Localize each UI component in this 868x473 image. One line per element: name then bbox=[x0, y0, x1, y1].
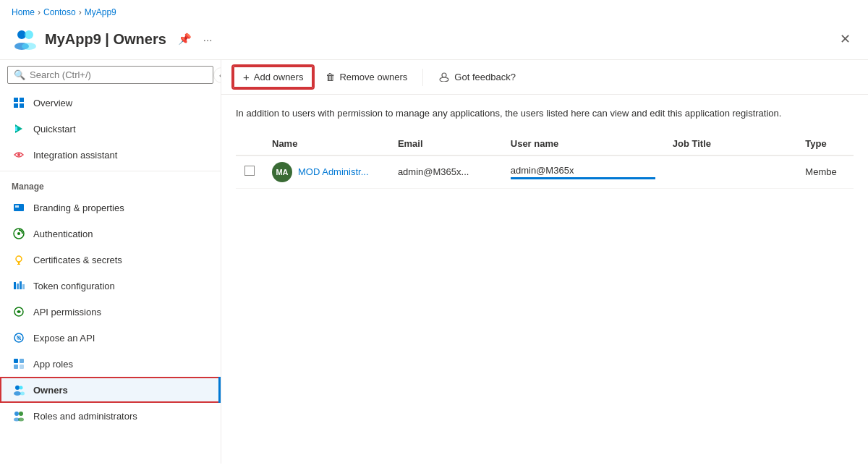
page-title: MyApp9 | Owners bbox=[45, 31, 166, 48]
app-roles-icon bbox=[12, 357, 26, 371]
sidebar-item-label-overview: Overview bbox=[33, 98, 72, 108]
svg-point-31 bbox=[15, 385, 20, 390]
svg-rect-18 bbox=[20, 263, 21, 264]
user-username: admin@M365x bbox=[511, 165, 655, 176]
svg-point-40 bbox=[440, 77, 448, 82]
certificates-icon bbox=[12, 252, 26, 267]
app-icon bbox=[12, 26, 38, 52]
sidebar-item-app-roles[interactable]: App roles bbox=[0, 351, 221, 377]
main-layout: 🔍 « Overview bbox=[0, 60, 868, 464]
sidebar-item-api-permissions[interactable]: API permissions bbox=[0, 299, 221, 325]
sidebar-item-authentication[interactable]: Authentication bbox=[0, 221, 221, 247]
quickstart-icon bbox=[12, 122, 26, 136]
sidebar-item-label-expose: Expose an API bbox=[33, 333, 95, 344]
sidebar-item-owners[interactable]: Owners bbox=[0, 377, 221, 403]
sidebar-item-expose-api[interactable]: Expose an API bbox=[0, 325, 221, 351]
table-row: MA MOD Administr... admin@M365x... admin… bbox=[236, 155, 854, 189]
sidebar-item-label-app-roles: App roles bbox=[33, 359, 73, 370]
sidebar-item-label-roles: Roles and administrators bbox=[33, 411, 137, 422]
search-input[interactable] bbox=[30, 69, 207, 80]
manage-section-label: Manage bbox=[0, 174, 221, 195]
username-bar-container bbox=[511, 177, 655, 179]
svg-rect-17 bbox=[17, 263, 18, 264]
page-header: MyApp9 | Owners 📌 ··· ✕ bbox=[0, 22, 868, 60]
breadcrumb-app[interactable]: MyApp9 bbox=[85, 7, 116, 17]
svg-rect-19 bbox=[14, 282, 16, 289]
owners-table: Name Email User name Job Title Type bbox=[236, 132, 854, 189]
sidebar-item-label-quickstart: Quickstart bbox=[33, 124, 76, 135]
svg-rect-6 bbox=[14, 103, 18, 108]
user-email: admin@M365x... bbox=[398, 166, 469, 177]
svg-rect-20 bbox=[17, 284, 19, 289]
svg-rect-5 bbox=[20, 98, 24, 102]
toolbar-divider bbox=[422, 69, 423, 86]
feedback-button[interactable]: Got feedback? bbox=[429, 66, 525, 88]
feedback-label: Got feedback? bbox=[454, 72, 516, 82]
sidebar-item-label-branding: Branding & properties bbox=[33, 203, 124, 213]
row-type-cell: Membe bbox=[796, 155, 854, 189]
sidebar-item-token-config[interactable]: Token configuration bbox=[0, 273, 221, 299]
feedback-icon bbox=[438, 70, 450, 84]
col-checkbox bbox=[236, 132, 263, 155]
more-button[interactable]: ··· bbox=[200, 30, 216, 48]
close-button[interactable]: ✕ bbox=[834, 28, 856, 50]
svg-point-14 bbox=[17, 232, 20, 235]
row-name-cell: MA MOD Administr... bbox=[263, 155, 389, 189]
svg-rect-12 bbox=[15, 205, 19, 208]
api-icon bbox=[12, 304, 26, 319]
add-owners-button[interactable]: + Add owners bbox=[233, 66, 313, 88]
svg-point-39 bbox=[442, 73, 446, 77]
svg-rect-22 bbox=[22, 284, 25, 289]
sidebar-item-overview[interactable]: Overview bbox=[0, 90, 221, 116]
collapse-sidebar-button[interactable]: « bbox=[213, 67, 221, 83]
col-email: Email bbox=[389, 132, 502, 155]
sidebar-item-certificates[interactable]: Certificates & secrets bbox=[0, 247, 221, 273]
owners-table-container: Name Email User name Job Title Type bbox=[221, 132, 868, 189]
svg-rect-7 bbox=[20, 103, 24, 108]
breadcrumb-contoso[interactable]: Contoso bbox=[43, 7, 76, 17]
sidebar-item-label-integration: Integration assistant bbox=[33, 150, 117, 161]
pin-button[interactable]: 📌 bbox=[175, 30, 195, 48]
svg-rect-21 bbox=[20, 281, 22, 289]
col-jobtitle: Job Title bbox=[664, 132, 797, 155]
sidebar-item-integration[interactable]: Integration assistant bbox=[0, 142, 221, 168]
sidebar-item-label-api: API permissions bbox=[33, 307, 101, 318]
owners-icon bbox=[12, 383, 26, 397]
sidebar-search-container: 🔍 bbox=[7, 66, 213, 84]
add-owners-label: Add owners bbox=[254, 72, 304, 82]
sidebar-divider-1 bbox=[0, 171, 221, 171]
sidebar-item-label-authentication: Authentication bbox=[33, 229, 93, 239]
sidebar-item-label-owners: Owners bbox=[33, 385, 68, 396]
table-header-row: Name Email User name Job Title Type bbox=[236, 132, 854, 155]
sidebar-item-label-token: Token configuration bbox=[33, 281, 115, 291]
svg-point-38 bbox=[18, 418, 24, 422]
token-icon bbox=[12, 278, 26, 293]
roles-admins-icon bbox=[12, 409, 26, 423]
row-email-cell: admin@M365x... bbox=[389, 155, 502, 189]
toolbar: + Add owners 🗑 Remove owners Got feedbac… bbox=[221, 60, 868, 95]
svg-point-32 bbox=[14, 391, 21, 396]
user-name-link[interactable]: MOD Administr... bbox=[298, 166, 369, 177]
username-bar bbox=[511, 177, 655, 179]
svg-point-35 bbox=[14, 412, 19, 416]
col-type: Type bbox=[796, 132, 854, 155]
sidebar: 🔍 « Overview bbox=[0, 60, 221, 464]
breadcrumb-home[interactable]: Home bbox=[12, 7, 35, 17]
branding-icon bbox=[12, 200, 26, 215]
svg-rect-30 bbox=[20, 365, 24, 369]
svg-point-37 bbox=[19, 412, 23, 416]
sidebar-item-roles-admins[interactable]: Roles and administrators bbox=[0, 403, 221, 429]
svg-rect-4 bbox=[14, 98, 18, 102]
sidebar-item-branding[interactable]: Branding & properties bbox=[0, 195, 221, 221]
sidebar-item-quickstart[interactable]: Quickstart bbox=[0, 116, 221, 142]
remove-owners-label: Remove owners bbox=[339, 72, 407, 82]
header-actions: 📌 ··· bbox=[175, 30, 216, 48]
avatar: MA bbox=[272, 162, 292, 182]
trash-icon: 🗑 bbox=[326, 72, 335, 82]
svg-point-15 bbox=[16, 256, 22, 262]
remove-owners-button[interactable]: 🗑 Remove owners bbox=[316, 67, 417, 87]
svg-point-33 bbox=[20, 386, 23, 390]
description-text: In addition to users with permission to … bbox=[221, 95, 800, 132]
row-checkbox-cell bbox=[236, 155, 263, 189]
row-checkbox[interactable] bbox=[244, 166, 255, 176]
